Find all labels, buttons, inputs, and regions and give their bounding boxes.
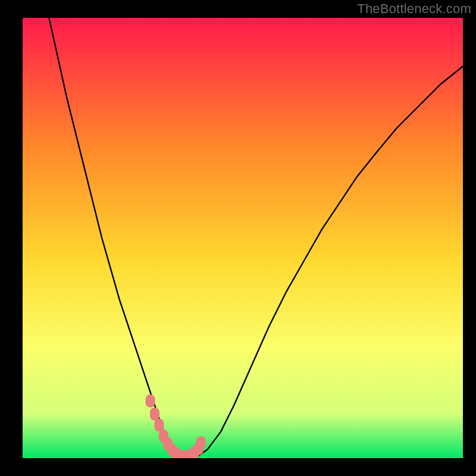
gradient-background <box>23 18 463 458</box>
highlight-marker <box>196 436 206 449</box>
watermark-text: TheBottleneck.com <box>357 1 471 17</box>
chart-frame: TheBottleneck.com <box>0 0 476 476</box>
plot-area <box>23 18 463 458</box>
highlight-marker <box>154 419 164 432</box>
highlight-marker <box>146 394 155 408</box>
highlight-marker <box>150 408 159 421</box>
plot-svg <box>23 18 463 458</box>
